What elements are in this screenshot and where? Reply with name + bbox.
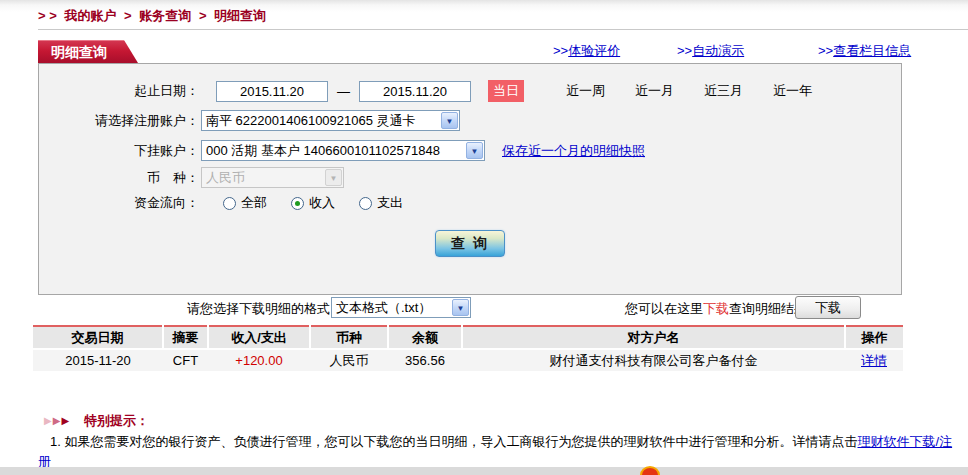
footer-strip xyxy=(0,467,968,475)
experience-rating-link[interactable]: >>体验评价 xyxy=(553,42,620,60)
breadcrumb-item-my-account[interactable]: 我的账户 xyxy=(64,8,116,23)
breadcrumb-prefix: > > xyxy=(38,8,57,23)
range-week-button[interactable]: 近一周 xyxy=(566,82,605,100)
special-notes-title: 特别提示： xyxy=(84,412,149,430)
header-summary: 摘要 xyxy=(163,326,208,349)
auto-demo-link[interactable]: >>自动演示 xyxy=(677,42,744,60)
currency-select: 人民币 ▼ xyxy=(201,167,344,188)
breadcrumb-item-account-query[interactable]: 账务查询 xyxy=(139,8,191,23)
currency-label: 币 种： xyxy=(39,169,199,187)
flow-option-expense[interactable]: 支出 xyxy=(359,194,403,212)
radio-icon[interactable] xyxy=(359,197,372,210)
fund-flow-row: 资金流向： 全部 收入 支出 xyxy=(39,194,901,212)
breadcrumb-item-details-query[interactable]: 明细查询 xyxy=(214,8,266,23)
chevron-down-icon: ▼ xyxy=(452,299,469,316)
chevron-down-icon: ▼ xyxy=(466,142,483,159)
query-button-row: 查 询 xyxy=(39,230,901,257)
date-range-label: 起止日期： xyxy=(39,82,199,100)
header-action: 操作 xyxy=(845,326,903,349)
triple-arrow-icon: ▶▶▶ xyxy=(44,416,70,426)
sub-account-select[interactable]: 000 活期 基本户 1406600101102571848 ▼ xyxy=(201,140,485,161)
download-hint: 您可以在这里下载查询明细结果 xyxy=(625,300,807,318)
details-query-page: > > 我的账户 > 账务查询 > 明细查询 明细查询 >>体验评价 >>自动演… xyxy=(0,0,968,475)
breadcrumb-separator: > xyxy=(124,8,132,23)
range-year-button[interactable]: 近一年 xyxy=(773,82,812,100)
cell-summary: CFT xyxy=(163,349,208,371)
flow-option-income[interactable]: 收入 xyxy=(291,194,335,212)
header-trade-date: 交易日期 xyxy=(33,326,163,349)
cell-balance: 356.56 xyxy=(388,349,462,371)
note-body: 1. 如果您需要对您的银行资产、负债进行管理，您可以下载您的当日明细，导入工商银… xyxy=(50,434,857,449)
registered-account-select[interactable]: 南平 6222001406100921065 灵通卡 ▼ xyxy=(201,110,460,131)
transactions-table: 交易日期 摘要 收入/支出 币种 余额 对方户名 操作 2015-11-20 C… xyxy=(33,325,903,371)
cell-trade-date: 2015-11-20 xyxy=(33,349,163,371)
cell-amount: +120.00 xyxy=(208,349,310,371)
registered-account-label: 请选择注册账户： xyxy=(39,112,199,130)
link-arrow: >> xyxy=(677,43,692,58)
sub-account-value: 000 活期 基本户 1406600101102571848 xyxy=(202,142,440,160)
currency-row: 币 种： 人民币 ▼ xyxy=(39,167,901,188)
divider xyxy=(38,29,968,30)
special-notes-text: 1. 如果您需要对您的银行资产、负债进行管理，您可以下载您的当日明细，导入工商银… xyxy=(38,432,965,472)
chevron-down-icon: ▼ xyxy=(441,112,458,129)
flow-option-all[interactable]: 全部 xyxy=(223,194,267,212)
sub-account-label: 下挂账户： xyxy=(39,142,199,160)
range-today-button[interactable]: 当日 xyxy=(488,80,524,102)
breadcrumb: > > 我的账户 > 账务查询 > 明细查询 xyxy=(38,7,270,25)
header-income-expense: 收入/支出 xyxy=(208,326,310,349)
special-notes-header: ▶▶▶ 特别提示： xyxy=(44,412,149,430)
download-button[interactable]: 下载 xyxy=(795,296,861,319)
radio-icon[interactable] xyxy=(291,197,304,210)
header-currency: 币种 xyxy=(310,326,388,349)
download-format-value: 文本格式（.txt） xyxy=(332,299,431,317)
download-word-link[interactable]: 下载 xyxy=(703,301,729,316)
chevron-down-icon: ▼ xyxy=(325,169,342,186)
header-balance: 余额 xyxy=(388,326,462,349)
fund-flow-label: 资金流向： xyxy=(39,194,199,212)
link-label: 自动演示 xyxy=(692,43,744,58)
detail-link[interactable]: 详情 xyxy=(861,353,887,368)
query-form-panel: 起止日期： — 当日 近一周 近一月 近三月 近一年 请选择注册账户： 南平 6… xyxy=(38,63,902,295)
cell-currency: 人民币 xyxy=(310,349,388,371)
date-separator: — xyxy=(337,84,350,99)
registered-account-value: 南平 6222001406100921065 灵通卡 xyxy=(202,112,416,130)
date-from-input[interactable] xyxy=(216,81,328,102)
hint-text: 您可以在这里 xyxy=(625,301,703,316)
link-arrow: >> xyxy=(818,43,833,58)
currency-value: 人民币 xyxy=(202,169,245,187)
table-row: 2015-11-20 CFT +120.00 人民币 356.56 财付通支付科… xyxy=(33,349,903,371)
radio-icon[interactable] xyxy=(223,197,236,210)
breadcrumb-separator: > xyxy=(199,8,207,23)
flow-option-label: 全部 xyxy=(241,194,267,212)
flow-option-label: 支出 xyxy=(377,194,403,212)
link-label: 查看栏目信息 xyxy=(833,43,911,58)
page-title: 明细查询 xyxy=(51,44,107,60)
table-header-row: 交易日期 摘要 收入/支出 币种 余额 对方户名 操作 xyxy=(33,326,903,349)
query-button[interactable]: 查 询 xyxy=(435,230,505,257)
cell-counterparty: 财付通支付科技有限公司客户备付金 xyxy=(462,349,845,371)
link-label: 体验评价 xyxy=(568,43,620,58)
download-row: 请您选择下载明细的格式 文本格式（.txt） ▼ 您可以在这里下载查询明细结果 … xyxy=(38,296,902,322)
link-arrow: >> xyxy=(553,43,568,58)
save-monthly-snapshot-link[interactable]: 保存近一个月的明细快照 xyxy=(502,142,645,160)
date-to-input[interactable] xyxy=(359,81,471,102)
download-format-label: 请您选择下载明细的格式 xyxy=(38,300,330,318)
tab-details-query: 明细查询 xyxy=(38,40,138,63)
range-month-button[interactable]: 近一月 xyxy=(635,82,674,100)
fund-flow-options: 全部 收入 支出 xyxy=(223,194,403,212)
date-range-row: 起止日期： — 当日 近一周 近一月 近三月 近一年 xyxy=(39,80,901,102)
header-counterparty: 对方户名 xyxy=(462,326,845,349)
range-quarter-button[interactable]: 近三月 xyxy=(704,82,743,100)
view-column-info-link[interactable]: >>查看栏目信息 xyxy=(818,42,911,60)
download-format-select[interactable]: 文本格式（.txt） ▼ xyxy=(331,297,471,318)
flow-option-label: 收入 xyxy=(309,194,335,212)
registered-account-row: 请选择注册账户： 南平 6222001406100921065 灵通卡 ▼ xyxy=(39,110,901,131)
sub-account-row: 下挂账户： 000 活期 基本户 1406600101102571848 ▼ 保… xyxy=(39,140,901,161)
